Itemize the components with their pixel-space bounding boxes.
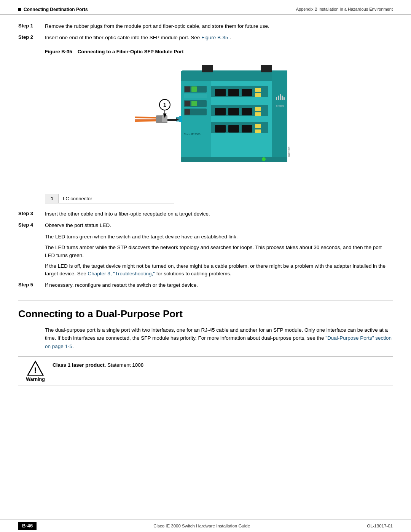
svg-rect-33	[255, 129, 261, 133]
svg-rect-21	[255, 93, 261, 97]
svg-rect-17	[215, 89, 226, 96]
svg-rect-52	[162, 116, 167, 122]
svg-rect-15	[185, 109, 190, 115]
step-5-label: Step 5	[18, 281, 45, 288]
svg-text:1: 1	[163, 102, 166, 108]
header-left-text: Connecting Destination Ports	[24, 7, 88, 12]
figure-container: Figure B-35 Connecting to a Fiber-Optic …	[45, 49, 393, 203]
device-illustration: cisco Cisco IE 3000	[135, 59, 303, 189]
svg-rect-31	[242, 125, 252, 133]
section-divider	[18, 300, 393, 300]
svg-rect-32	[255, 124, 261, 128]
troubleshooting-link[interactable]: Chapter 3, "Troubleshooting,"	[88, 271, 155, 276]
svg-rect-42	[181, 157, 287, 162]
header-right-text: Appendix B Installation In a Hazardous E…	[296, 7, 393, 11]
step-3-row: Step 3 Insert the other cable end into a…	[18, 210, 393, 218]
svg-rect-9	[191, 86, 197, 92]
footer-badge: B-46	[18, 522, 37, 530]
step-4-para-1: The LED turns green when the switch and …	[45, 233, 393, 241]
section-heading: Connecting to a Dual-Purpose Port	[18, 308, 393, 320]
callout-number: 1	[45, 194, 59, 203]
svg-rect-27	[255, 112, 261, 116]
step-1-text: Remove the rubber plugs from the module …	[45, 22, 393, 30]
footer-right-text: OL-13017-01	[367, 524, 393, 528]
step-1-label: Step 1	[18, 22, 45, 29]
svg-rect-12	[185, 101, 190, 106]
section-intro: The dual-purpose port is a single port w…	[45, 326, 393, 351]
svg-text:cisco: cisco	[276, 104, 284, 108]
page-footer: B-46 Cisco IE 3000 Switch Hardware Insta…	[0, 519, 411, 532]
step-4-label: Step 4	[18, 222, 45, 228]
warning-label: Warning	[26, 377, 45, 382]
callout-label: LC connector	[59, 194, 174, 203]
footer-center-text: Cisco IE 3000 Switch Hardware Installati…	[153, 524, 250, 528]
warning-triangle-icon: !	[27, 361, 44, 376]
svg-rect-37	[280, 94, 281, 100]
step-4-text: Observe the port status LED.	[45, 222, 393, 229]
svg-rect-20	[255, 88, 261, 92]
step-2-row: Step 2 Insert one end of the fiber-optic…	[18, 34, 393, 42]
step-1-row: Step 1 Remove the rubber plugs from the …	[18, 22, 393, 30]
svg-text:201869: 201869	[287, 147, 291, 157]
svg-rect-35	[276, 97, 277, 100]
svg-rect-38	[282, 96, 283, 100]
svg-rect-18	[228, 89, 239, 96]
callout-table: 1 LC connector	[45, 194, 174, 203]
svg-rect-8	[185, 86, 190, 92]
step-3-text: Insert the other cable end into a fiber-…	[45, 210, 393, 218]
svg-rect-29	[215, 125, 226, 133]
svg-rect-13	[191, 101, 197, 106]
svg-rect-25	[242, 108, 252, 115]
svg-text:Cisco IE 3000: Cisco IE 3000	[184, 133, 201, 136]
svg-rect-2	[181, 77, 287, 81]
step-4-para-3: If the LED is off, the target device mig…	[45, 262, 393, 278]
callout-row: 1 LC connector	[45, 194, 174, 203]
svg-rect-24	[228, 108, 239, 115]
step-4-row: Step 4 Observe the port status LED.	[18, 222, 393, 229]
svg-point-43	[262, 157, 266, 161]
svg-rect-36	[278, 96, 279, 100]
step-4-para-2: The LED turns amber while the STP discov…	[45, 244, 393, 259]
svg-rect-4	[202, 65, 213, 72]
warning-icon-col: ! Warning	[18, 360, 53, 382]
step-2-text: Insert one end of the fiber-optic cable …	[45, 34, 393, 42]
svg-rect-30	[228, 125, 239, 133]
svg-rect-39	[284, 97, 285, 100]
warning-row: ! Warning Class 1 laser product. Stateme…	[18, 356, 393, 385]
step-3-label: Step 3	[18, 210, 45, 216]
step-2-label: Step 2	[18, 34, 45, 40]
step-5-text: If necessary, reconfigure and restart th…	[45, 281, 393, 289]
step-5-row: Step 5 If necessary, reconfigure and res…	[18, 281, 393, 289]
svg-rect-5	[261, 65, 272, 72]
figure-caption: Figure B-35 Connecting to a Fiber-Optic …	[45, 49, 393, 54]
svg-rect-23	[215, 108, 226, 115]
main-content: Step 1 Remove the rubber plugs from the …	[0, 15, 411, 396]
header-breadcrumb: Connecting Destination Ports	[18, 7, 88, 12]
svg-rect-10	[184, 94, 207, 98]
warning-text: Class 1 laser product. Statement 1008	[53, 360, 143, 369]
figure-b35-link[interactable]: Figure B-35	[201, 35, 228, 40]
svg-text:!: !	[34, 366, 37, 375]
page-header: Connecting Destination Ports Appendix B …	[0, 0, 411, 15]
figure-image-area: cisco Cisco IE 3000	[45, 59, 393, 189]
svg-rect-19	[242, 89, 252, 96]
svg-rect-26	[255, 107, 261, 111]
header-square-icon	[18, 8, 21, 11]
